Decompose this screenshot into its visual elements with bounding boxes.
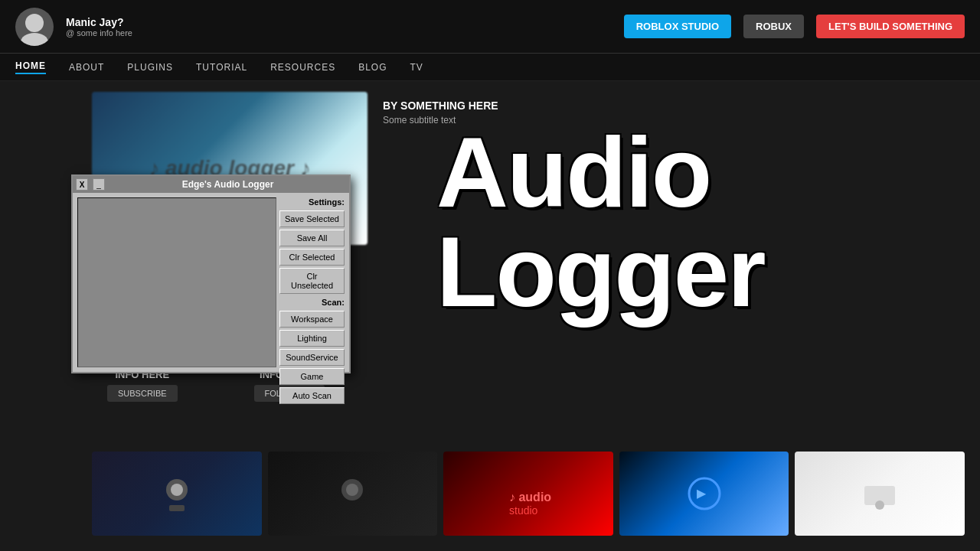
thumb-4[interactable]: ▶: [619, 452, 789, 536]
subnav-tutorial[interactable]: TUTORIAL: [196, 62, 247, 73]
svg-rect-4: [169, 505, 185, 511]
svg-point-1: [21, 33, 48, 46]
thumb-overlay-2: [268, 452, 438, 536]
svg-point-6: [346, 484, 358, 496]
user-sub: @ some info here: [66, 28, 132, 37]
dialog-titlebar: X _ Edge's Audio Logger: [73, 176, 349, 193]
dialog-body: Settings: Save Selected Save All Clr Sel…: [73, 193, 349, 372]
thumb-overlay-1: [92, 452, 262, 536]
save-all-button[interactable]: Save All: [279, 230, 345, 246]
navbar: Manic Jay? @ some info here ROBLOX STUDI…: [0, 0, 980, 54]
clr-unselected-button[interactable]: Clr Unselected: [279, 268, 345, 294]
svg-point-12: [875, 500, 884, 510]
workspace-button[interactable]: Workspace: [279, 311, 345, 328]
settings-label: Settings:: [279, 196, 345, 208]
thumb-3[interactable]: ♪ audio studio: [443, 452, 613, 536]
username: Manic Jay?: [66, 16, 132, 28]
dialog-list[interactable]: [77, 197, 276, 367]
desc-title: BY SOMETHING HERE: [383, 99, 498, 112]
avatar: [15, 8, 54, 46]
robux-button[interactable]: ROBUX: [743, 15, 804, 38]
subnav-home[interactable]: HOME: [15, 60, 46, 74]
svg-text:studio: studio: [509, 504, 538, 517]
subscribe-button[interactable]: SUBSCRIBE: [107, 385, 178, 402]
thumb-1[interactable]: [92, 452, 262, 536]
big-title-area: Audio Logger: [436, 122, 957, 321]
big-title-line1: Audio: [436, 122, 957, 222]
thumb-2[interactable]: [268, 452, 438, 536]
subnav-resources[interactable]: RESOURCES: [270, 62, 335, 73]
clr-selected-button[interactable]: Clr Selected: [279, 249, 345, 266]
save-selected-button[interactable]: Save Selected: [279, 210, 345, 227]
subnav-plugins[interactable]: PLUGINS: [127, 62, 173, 73]
user-info: Manic Jay? @ some info here: [66, 16, 132, 37]
dialog-window: X _ Edge's Audio Logger Settings: Save S…: [71, 174, 351, 373]
dialog-min-button[interactable]: _: [93, 178, 105, 191]
subnav-about[interactable]: ABOUT: [69, 62, 104, 73]
dialog-close-button[interactable]: X: [76, 178, 88, 191]
thumb-5[interactable]: [795, 452, 965, 536]
lighting-button[interactable]: Lighting: [279, 330, 345, 347]
scan-label: Scan:: [279, 296, 345, 308]
subnav: HOME ABOUT PLUGINS TUTORIAL RESOURCES BL…: [0, 54, 980, 81]
big-title-line2: Logger: [436, 222, 957, 321]
subnav-tv[interactable]: TV: [410, 62, 423, 73]
svg-text:▶: ▶: [697, 487, 707, 500]
dialog-title: Edge's Audio Logger: [109, 179, 346, 190]
game-button[interactable]: Game: [279, 368, 345, 385]
svg-point-0: [25, 14, 44, 32]
thumb-overlay-4: ▶: [619, 452, 789, 536]
roblox-studio-button[interactable]: ROBLOX STUDIO: [624, 15, 731, 38]
subnav-blog[interactable]: BLOG: [358, 62, 387, 73]
sound-service-button[interactable]: SoundService: [279, 349, 345, 366]
svg-text:♪ audio: ♪ audio: [509, 491, 551, 504]
thumb-overlay-5: [795, 452, 965, 536]
auto-scan-button[interactable]: Auto Scan: [279, 387, 345, 404]
thumb-overlay-3: ♪ audio studio: [443, 452, 613, 536]
dialog-buttons-panel: Settings: Save Selected Save All Clr Sel…: [276, 193, 349, 372]
svg-point-3: [171, 484, 183, 496]
bottom-thumbnails: ♪ audio studio ▶: [92, 452, 965, 536]
build-button[interactable]: LET'S BUILD SOMETHING: [816, 15, 965, 38]
